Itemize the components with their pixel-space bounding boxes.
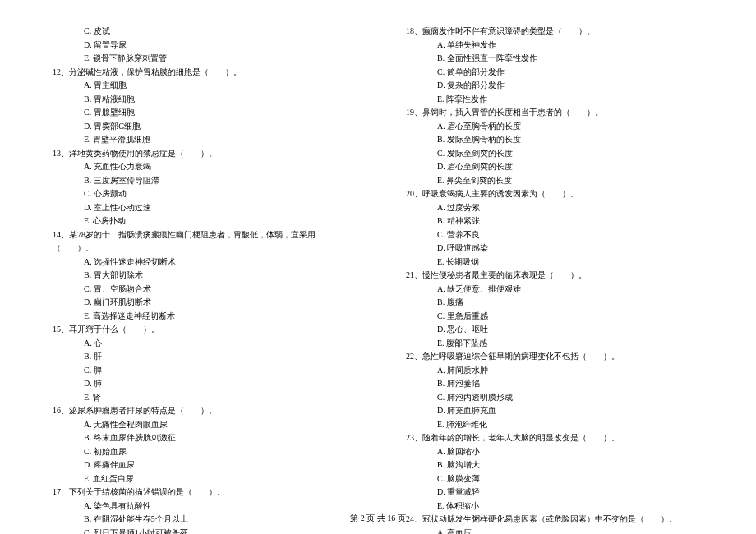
option: D. 胃窦部G细胞 [49,120,353,134]
option: C. 胃腺壁细胞 [49,106,353,120]
option: D. 肺 [49,377,353,391]
option: E. 鼻尖至剑突的长度 [403,174,707,188]
option: B. 肺泡萎陷 [403,377,707,391]
question-18: 18、癫痫发作时不伴有意识障碍的类型是（ ）。 [403,25,707,39]
option: E. 高选择迷走神经切断术 [49,310,353,324]
option: D. 留置导尿 [49,39,353,53]
option: C. 胃、空肠吻合术 [49,283,353,297]
option: C. 营养不良 [403,228,707,242]
two-column-layout: C. 皮试 D. 留置导尿 E. 锁骨下静脉穿刺置管 12、分泌碱性粘液，保护胃… [49,25,707,534]
option: A. 脑回缩小 [403,445,707,459]
option: C. 发际至剑突的长度 [403,147,707,161]
question-21: 21、慢性便秘患者最主要的临床表现是（ ）。 [403,269,707,283]
option: E. 体积缩小 [403,499,707,513]
question-12: 12、分泌碱性粘液，保护胃粘膜的细胞是（ ）。 [49,66,353,80]
option: D. 复杂的部分发作 [403,79,707,93]
question-14: 14、某78岁的十二指肠溃疡瘢痕性幽门梗阻患者，胃酸低，体弱，宜采用（ ）。 [49,228,353,255]
option: C. 肺泡内透明膜形成 [403,391,707,405]
option: E. 腹部下坠感 [403,337,707,351]
option: D. 呼吸道感染 [403,242,707,255]
option: E. 长期吸烟 [403,255,707,269]
question-15: 15、耳开窍于什么（ ）。 [49,323,353,337]
option: C. 脾 [49,364,353,378]
option: C. 烈日下暴晒1小时可被杀死 [49,527,353,535]
question-17: 17、下列关于结核菌的描述错误的是（ ）。 [49,486,353,499]
option: A. 染色具有抗酸性 [49,499,353,513]
option: E. 肺泡纤维化 [403,418,707,432]
right-column: 18、癫痫发作时不伴有意识障碍的类型是（ ）。 A. 单纯失神发作 B. 全面性… [403,25,707,534]
question-16: 16、泌尿系肿瘤患者排尿的特点是（ ）。 [49,404,353,418]
option: A. 单纯失神发作 [403,39,707,53]
option: C. 皮试 [49,25,353,39]
option: A. 心 [49,337,353,351]
option: B. 肝 [49,350,353,364]
option: E. 阵挛性发作 [403,93,707,107]
option: D. 幽门环肌切断术 [49,296,353,310]
option: C. 简单的部分发作 [403,66,707,80]
page-footer: 第 2 页 共 16 页 [0,513,756,524]
option: B. 精神紧张 [403,214,707,228]
question-13: 13、洋地黄类药物使用的禁忌症是（ ）。 [49,147,353,161]
option: B. 胃大部切除术 [49,269,353,283]
option: D. 眉心至剑突的长度 [403,160,707,174]
option: C. 脑膜变薄 [403,472,707,486]
option: D. 室上性心动过速 [49,201,353,215]
option: A. 过度劳累 [403,201,707,215]
option: D. 重量减轻 [403,486,707,499]
option: B. 脑沟增大 [403,458,707,472]
option: E. 肾 [49,391,353,405]
question-23: 23、随着年龄的增长，老年人大脑的明显改变是（ ）。 [403,431,707,445]
option: B. 全面性强直一阵挛性发作 [403,52,707,66]
option: A. 充血性心力衰竭 [49,160,353,174]
question-22: 22、急性呼吸窘迫综合征早期的病理变化不包括（ ）。 [403,350,707,364]
option: A. 缺乏便意、排便艰难 [403,283,707,297]
option: A. 选择性迷走神经切断术 [49,255,353,269]
option: A. 无痛性全程肉眼血尿 [49,418,353,432]
option: E. 胃壁平滑肌细胞 [49,133,353,147]
question-20: 20、呼吸衰竭病人主要的诱发因素为（ ）。 [403,187,707,201]
option: E. 锁骨下静脉穿刺置管 [49,52,353,66]
question-19: 19、鼻饲时，插入胃管的长度相当于患者的（ ）。 [403,106,707,120]
option: B. 胃粘液细胞 [49,93,353,107]
option: B. 发际至胸骨柄的长度 [403,133,707,147]
option: C. 初始血尿 [49,445,353,459]
left-column: C. 皮试 D. 留置导尿 E. 锁骨下静脉穿刺置管 12、分泌碱性粘液，保护胃… [49,25,353,534]
option: B. 终末血尿伴膀胱刺激征 [49,431,353,445]
option: C. 心房颤动 [49,187,353,201]
option: A. 胃主细胞 [49,79,353,93]
option: E. 血红蛋白尿 [49,472,353,486]
option: B. 腹痛 [403,296,707,310]
option: D. 肺充血肺充血 [403,404,707,418]
option: A. 肺间质水肿 [403,364,707,378]
option: A. 高血压 [403,527,707,535]
option: D. 恶心、呕吐 [403,323,707,337]
option: B. 三度房室传导阻滞 [49,174,353,188]
option: D. 疼痛伴血尿 [49,458,353,472]
option: C. 里急后重感 [403,310,707,324]
option: E. 心房扑动 [49,214,353,228]
option: A. 眉心至胸骨柄的长度 [403,120,707,134]
